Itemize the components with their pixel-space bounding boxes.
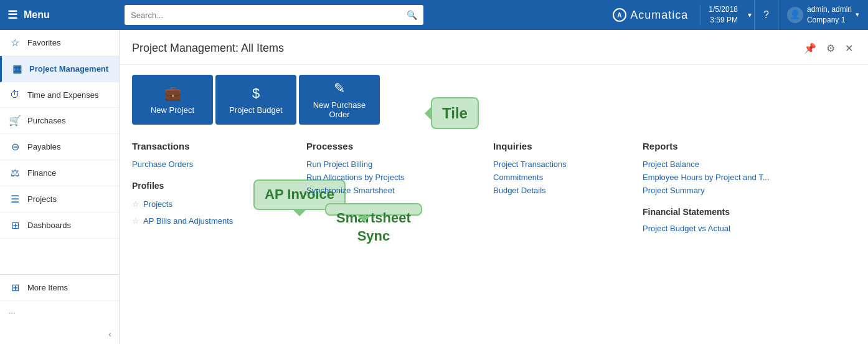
- project-summary-link[interactable]: Project Summary: [643, 184, 829, 197]
- collapse-icon: ‹: [108, 329, 111, 339]
- menu-grid: Transactions Purchase Orders Profiles ☆ …: [120, 127, 868, 247]
- project-balance-link[interactable]: Project Balance: [643, 158, 829, 171]
- sidebar-label-time-expenses: Time and Expenses: [27, 90, 98, 100]
- sidebar-item-finance[interactable]: ⚖ Finance: [0, 160, 119, 186]
- sidebar-dots[interactable]: ···: [0, 301, 119, 324]
- company-name: Company 1: [807, 15, 852, 26]
- projects-link[interactable]: Projects: [143, 198, 172, 211]
- sidebar-item-dashboards[interactable]: ⊞ Dashboards: [0, 213, 119, 239]
- new-project-tile-icon: 💼: [164, 85, 181, 102]
- new-project-tile-label: New Project: [151, 105, 194, 115]
- sidebar-label-payables: Payables: [27, 142, 60, 151]
- main-layout: ☆ Favorites ▦ Project Management ⏱ Time …: [0, 30, 868, 344]
- sidebar-item-project-management[interactable]: ▦ Project Management: [0, 56, 119, 82]
- sidebar-collapse-button[interactable]: ‹: [0, 324, 119, 344]
- project-budget-tile[interactable]: $ Project Budget: [215, 75, 296, 125]
- reports-section-title: Reports: [643, 141, 829, 151]
- menu-label: Menu: [24, 9, 50, 21]
- sidebar-item-projects[interactable]: ☰ Projects: [0, 186, 119, 213]
- logo-text: Acumatica: [630, 9, 688, 22]
- user-dropdown-icon: ▾: [856, 10, 859, 19]
- settings-button[interactable]: ⚙: [824, 40, 837, 57]
- logo-circle: A: [613, 8, 626, 22]
- transactions-section-title: Transactions: [132, 141, 294, 151]
- smartsheet-tooltip-text: Smartsheet Sync: [336, 210, 411, 244]
- date-text: 1/5/2018: [709, 4, 738, 15]
- sidebar-label-projects: Projects: [27, 194, 57, 204]
- acumatica-logo: A Acumatica: [600, 8, 701, 22]
- employee-hours-link[interactable]: Employee Hours by Project and T...: [643, 171, 829, 184]
- dots-icon: ···: [9, 308, 16, 317]
- hamburger-menu-icon[interactable]: ☰: [7, 8, 17, 22]
- project-budget-vs-actual-link[interactable]: Project Budget vs Actual: [643, 222, 829, 235]
- inquiries-section-title: Inquiries: [493, 141, 630, 151]
- run-allocations-link[interactable]: Run Allocations by Projects: [306, 171, 481, 184]
- col-inquiries: Inquiries Project Transactions Commitmen…: [493, 135, 630, 235]
- tile-tooltip-text: Tile: [442, 105, 468, 122]
- sidebar: ☆ Favorites ▦ Project Management ⏱ Time …: [0, 30, 120, 344]
- search-bar[interactable]: 🔍: [125, 5, 423, 25]
- project-transactions-link[interactable]: Project Transactions: [493, 158, 630, 171]
- purchase-orders-link[interactable]: Purchase Orders: [132, 158, 294, 171]
- sync-smartsheet-link[interactable]: Synchronize Smartsheet: [306, 184, 481, 197]
- dashboards-icon: ⊞: [9, 219, 21, 231]
- user-avatar-icon: 👤: [787, 7, 803, 23]
- tile-tooltip-bubble: Tile: [431, 97, 479, 129]
- new-project-tile[interactable]: 💼 New Project: [132, 75, 213, 125]
- sidebar-bottom: ⊞ More Items ···: [0, 274, 119, 324]
- sidebar-item-payables[interactable]: ⊖ Payables: [0, 134, 119, 160]
- sidebar-label-finance: Finance: [27, 168, 56, 178]
- commitments-link[interactable]: Commitments: [493, 171, 630, 184]
- help-icon: ?: [763, 9, 769, 21]
- run-project-billing-link[interactable]: Run Project Billing: [306, 158, 481, 171]
- tiles-row: 💼 New Project $ Project Budget ✎ New Pur…: [120, 65, 868, 127]
- sidebar-item-time-expenses[interactable]: ⏱ Time and Expenses: [0, 82, 119, 108]
- payables-icon: ⊖: [9, 141, 21, 153]
- nav-right-section: A Acumatica 1/5/2018 3:59 PM ▾ ? 👤 admin…: [600, 0, 868, 30]
- datetime-dropdown-button[interactable]: ▾: [745, 11, 754, 19]
- sidebar-logo-area: ☰ Menu: [0, 8, 120, 22]
- favorites-icon: ☆: [9, 37, 21, 49]
- search-icon: 🔍: [407, 10, 417, 20]
- col-processes: Processes Run Project Billing Run Alloca…: [306, 135, 481, 235]
- new-purchase-order-tile[interactable]: ✎ New Purchase Order: [299, 75, 380, 125]
- sidebar-label-dashboards: Dashboards: [27, 221, 71, 230]
- financial-statements-title: Financial Statements: [643, 207, 829, 217]
- sidebar-item-purchases[interactable]: 🛒 Purchases: [0, 108, 119, 134]
- new-purchase-tile-label: New Purchase Order: [311, 100, 367, 119]
- project-management-icon: ▦: [11, 63, 23, 75]
- content-header: Project Management: All Items 📌 ⚙ ✕: [120, 30, 868, 65]
- project-budget-tile-label: Project Budget: [229, 105, 282, 115]
- datetime-display: 1/5/2018 3:59 PM: [701, 4, 745, 26]
- top-navigation: ☰ Menu 🔍 A Acumatica 1/5/2018 3:59 PM ▾ …: [0, 0, 868, 30]
- processes-section-title: Processes: [306, 141, 481, 151]
- sidebar-label-more: More Items: [27, 283, 68, 292]
- time-text: 3:59 PM: [709, 15, 738, 26]
- projects-icon: ☰: [9, 193, 21, 205]
- budget-details-link[interactable]: Budget Details: [493, 184, 630, 197]
- smartsheet-tooltip-bubble: Smartsheet Sync: [325, 203, 422, 216]
- user-menu[interactable]: 👤 admin, admin Company 1 ▾: [778, 0, 868, 30]
- new-purchase-tile-icon: ✎: [334, 80, 345, 97]
- ap-bills-profile-item: ☆ AP Bills and Adjustments: [132, 213, 294, 229]
- sidebar-label-favorites: Favorites: [27, 38, 60, 47]
- ap-bills-link[interactable]: AP Bills and Adjustments: [143, 214, 233, 227]
- search-input[interactable]: [131, 11, 407, 20]
- sidebar-label-project-management: Project Management: [29, 64, 108, 74]
- project-budget-tile-icon: $: [252, 85, 260, 102]
- projects-star-icon[interactable]: ☆: [132, 199, 139, 209]
- purchases-icon: 🛒: [9, 115, 21, 127]
- sidebar-item-more[interactable]: ⊞ More Items: [0, 275, 119, 301]
- more-items-icon: ⊞: [9, 282, 21, 294]
- close-button[interactable]: ✕: [842, 40, 856, 57]
- finance-icon: ⚖: [9, 167, 21, 179]
- help-button[interactable]: ?: [754, 0, 778, 30]
- ap-bills-star-icon[interactable]: ☆: [132, 216, 139, 226]
- content-area: Project Management: All Items 📌 ⚙ ✕ 💼 Ne…: [120, 30, 868, 344]
- user-name: admin, admin: [807, 4, 852, 15]
- page-title: Project Management: All Items: [132, 42, 284, 55]
- col-transactions-profiles: Transactions Purchase Orders Profiles ☆ …: [132, 135, 294, 235]
- pin-button[interactable]: 📌: [801, 40, 819, 57]
- sidebar-item-favorites[interactable]: ☆ Favorites: [0, 30, 119, 56]
- col-reports: Reports Project Balance Employee Hours b…: [643, 135, 829, 235]
